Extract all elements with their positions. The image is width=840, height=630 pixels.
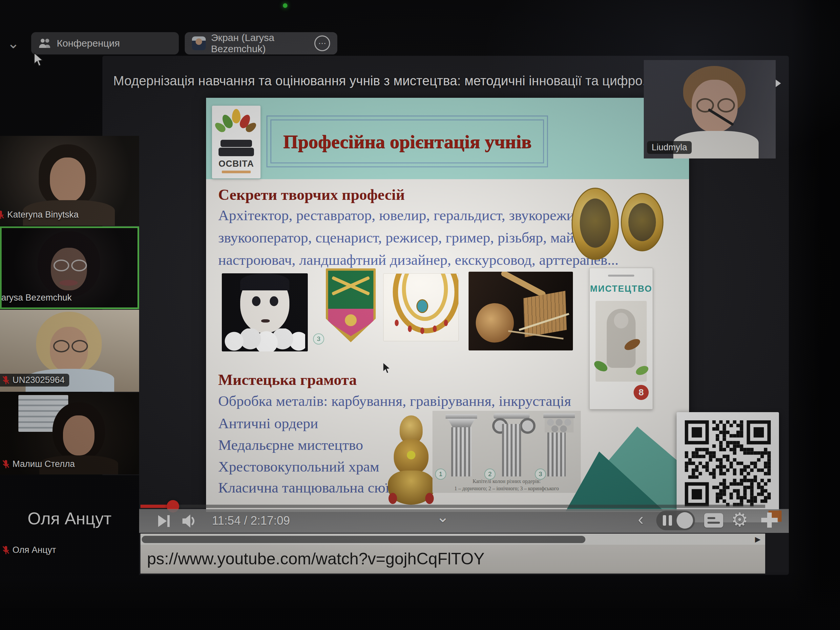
subtitles-icon[interactable] <box>704 513 723 527</box>
participant-tile[interactable]: UN23025964 <box>0 310 139 392</box>
settings-gear-icon[interactable]: ⚙ <box>731 508 748 531</box>
gold-emblem-round <box>621 193 663 251</box>
textbook-grade-badge: 8 <box>634 385 649 400</box>
chevron-down-small-icon[interactable]: ⌄ <box>436 508 449 526</box>
mic-muted-icon <box>0 210 5 220</box>
gold-crown-photo <box>387 415 436 512</box>
mime-photo <box>222 273 308 351</box>
section2-item: Медальєрне мистецтво <box>218 436 363 453</box>
image-number-badge: 3 <box>313 333 324 344</box>
instruments-photo <box>469 272 573 351</box>
mouse-cursor-black <box>382 362 391 374</box>
slide-title: Професійна орієнтація учнів <box>283 131 531 153</box>
section1-line: настроювач, ландшафтний дизайнер, екскур… <box>218 251 619 268</box>
tab-conference-label: Конференция <box>57 38 120 49</box>
osvita-logo: ОСВІТА <box>212 106 261 178</box>
columns-figure: 1 2 3 Капітелі колон різних ордерів: 1 –… <box>433 411 581 493</box>
columns-caption: Капітелі колон різних ордерів: <box>433 478 581 484</box>
participant-name-large: Оля Анцут <box>0 508 139 528</box>
section2-item: Обробка металів: карбування, гравіруванн… <box>218 392 571 409</box>
participant-face <box>63 415 95 455</box>
slide-title-box: Професійна орієнтація учнів <box>267 115 548 167</box>
horizontal-scrollbar[interactable]: ▶ <box>141 534 765 545</box>
section1-line: Архітектор, реставратор, ювелир, геральд… <box>218 207 599 224</box>
column-number: 2 <box>484 469 496 480</box>
textbook-title: МИСТЕЦТВО <box>590 284 653 294</box>
participant-tile[interactable]: Малиш Стелла <box>0 392 139 474</box>
bezel-bottom <box>0 571 840 630</box>
logo-subtext <box>222 171 251 173</box>
participant-name: Kateryna Binytska <box>7 210 79 220</box>
more-options-icon[interactable]: ⋯ <box>314 35 330 51</box>
column-number: 1 <box>435 469 446 480</box>
mic-muted-icon <box>2 459 10 469</box>
logo-book-icon <box>221 140 252 147</box>
scrollbar-thumb[interactable] <box>142 536 585 543</box>
presenter-name-label: Liudmyla <box>647 141 692 154</box>
screen-photo: ⌄ Конференция Экран (Larysa Bezemchuk) ⋯… <box>0 0 840 630</box>
mic-muted-icon <box>2 545 10 555</box>
tab-conference[interactable]: Конференция <box>31 32 179 54</box>
section1-line: звукооператор, сценарист, режисер, гриме… <box>218 229 601 246</box>
logo-leaf <box>232 109 240 123</box>
people-icon <box>38 38 52 49</box>
participant-name: Larysa Bezemchuk <box>0 293 72 303</box>
section2-item: Хрестовокупольний храм <box>218 458 379 475</box>
participant-face <box>50 158 85 202</box>
logo-book-icon <box>218 148 254 156</box>
video-url: ps://www.youtube.com/watch?v=gojhCqFlTOY <box>147 549 485 568</box>
presenter-pip[interactable]: Liudmyla <box>644 60 776 158</box>
video-title: Модернізація навчання та оцінювання учні… <box>113 74 720 88</box>
participant-tile-camera-off[interactable]: Оля Анцут Оля Анцут <box>0 475 139 575</box>
participant-name: UN23025964 <box>13 375 65 385</box>
chevron-down-icon[interactable]: ⌄ <box>7 35 19 52</box>
section2-heading: Мистецька грамота <box>218 371 357 388</box>
fullscreen-icon[interactable] <box>759 510 782 530</box>
camera-led <box>283 3 287 8</box>
url-band: ps://www.youtube.com/watch?v=gojhCqFlTOY <box>141 545 765 573</box>
time-display: 11:54 / 2:17:09 <box>212 514 290 527</box>
participant-name: Малиш Стелла <box>13 459 75 469</box>
column-number: 3 <box>535 469 546 480</box>
next-track-icon[interactable] <box>157 514 171 528</box>
logo-text: ОСВІТА <box>212 159 261 169</box>
columns-caption: 1 – доричного; 2 – іонічного; 3 – коринф… <box>433 486 581 491</box>
bezel-right <box>791 0 840 630</box>
coat-of-arms-photo <box>326 268 376 342</box>
participant-tile-active[interactable]: Larysa Bezemchuk <box>0 226 139 309</box>
chevron-left-icon[interactable]: ‹ <box>638 509 643 529</box>
avatar <box>192 36 206 50</box>
mouse-cursor-white <box>33 52 44 67</box>
mic-muted-icon <box>2 375 10 385</box>
tab-screen-share[interactable]: Экран (Larysa Bezemchuk) ⋯ <box>185 32 337 54</box>
scrollbar-right-arrow[interactable]: ▶ <box>755 535 761 544</box>
slide: ОСВІТА Професійна орієнтація учнів Секре… <box>206 98 689 512</box>
section1-heading: Секрети творчих професій <box>218 186 405 204</box>
participant-name: Оля Анцут <box>13 545 56 555</box>
section2-item: Класична танцювальна сюїта <box>218 479 403 496</box>
pause-toggle[interactable] <box>656 510 695 530</box>
progress-track[interactable] <box>141 505 765 508</box>
textbook-cover: МИСТЕЦТВО 8 <box>589 268 653 409</box>
gold-emblem-oval <box>572 188 619 260</box>
volume-icon[interactable] <box>181 513 198 529</box>
participant-tile[interactable]: Kateryna Binytska <box>0 136 139 226</box>
section2-item: Античні ордери <box>218 415 318 432</box>
necklace-photo <box>383 273 459 341</box>
tab-screen-share-label: Экран (Larysa Bezemchuk) <box>211 32 309 54</box>
